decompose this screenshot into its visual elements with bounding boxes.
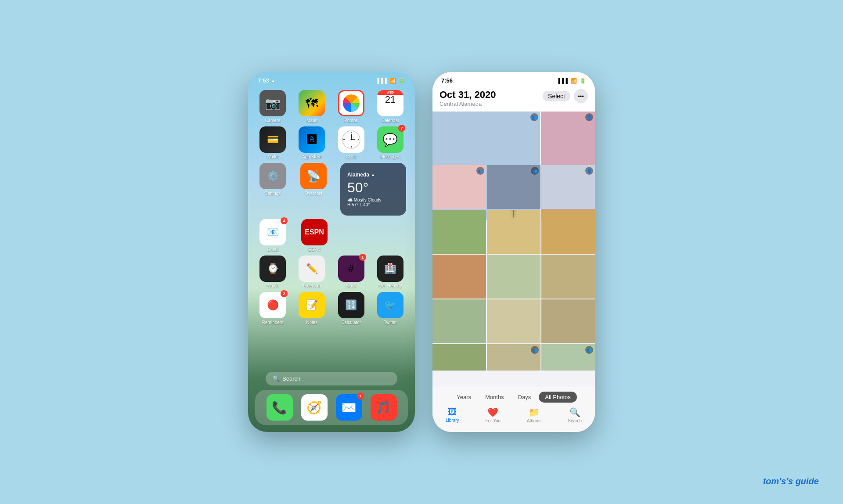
dock-music[interactable]: 🎵: [368, 394, 400, 421]
app-photos[interactable]: Photos: [335, 90, 367, 123]
photos-tab-bar: Years Months Days All Photos 🖼 Library ❤…: [432, 387, 595, 432]
app-slack[interactable]: # 1 Slack: [335, 256, 367, 288]
slack-label: Slack: [346, 284, 356, 288]
foryou-label: For You: [486, 418, 501, 423]
app-espn[interactable]: ESPN ESPN: [299, 219, 330, 252]
wifi-icon: 📶: [389, 78, 396, 84]
select-button[interactable]: Select: [543, 91, 570, 101]
photo-cell-r2-2[interactable]: 👥: [487, 165, 540, 209]
nav-albums[interactable]: 📁 Albums: [527, 407, 541, 423]
app-settings[interactable]: ⚙️ Settings: [257, 163, 288, 196]
photo-cell-r3-3[interactable]: [541, 210, 595, 254]
nav-library[interactable]: 🖼 Library: [446, 407, 459, 423]
dock-mail[interactable]: ✉️ 1: [333, 394, 365, 421]
safari-icon: 🧭: [301, 394, 328, 421]
camera-label: Camera: [265, 118, 281, 123]
app-calculator[interactable]: 🔢 Calculator: [335, 292, 367, 325]
settings-icon: ⚙️: [259, 163, 286, 189]
gmail-badge: 4: [281, 217, 288, 224]
app-twitter[interactable]: 🐦 Twitter: [375, 292, 406, 325]
search-nav-icon: 🔍: [569, 407, 580, 418]
app-calendar[interactable]: WED 21 Calendar: [375, 90, 406, 123]
signal-icon-2: ▐▐▐: [556, 78, 568, 84]
app-reminders[interactable]: 🔴 2 Reminders: [257, 292, 288, 325]
dock-phone[interactable]: 📞: [264, 394, 295, 421]
photo-cell-r6-2[interactable]: 👥: [487, 344, 540, 371]
nav-search[interactable]: 🔍 Search: [568, 407, 582, 423]
person-icon-1: 👥: [530, 113, 538, 121]
phone-icon: 📞: [267, 394, 293, 421]
calendar-day-number: 21: [385, 95, 396, 104]
app-camera[interactable]: 📷 Camera: [257, 90, 288, 123]
photo-row-6: 👥 👥: [432, 344, 595, 371]
photo-cell-r5-1[interactable]: [432, 299, 486, 343]
app-row-3: ⚙️ Settings 📡 Overcast Alameda ▲: [257, 163, 406, 216]
red-arrow-indicator: ↑: [509, 210, 518, 221]
person-icon-2: 👤: [585, 113, 593, 121]
calculator-label: Calculator: [341, 320, 361, 325]
app-watch[interactable]: ⌚ Watch: [257, 256, 288, 288]
status-time: 7:53 ▲: [258, 77, 275, 84]
nav-foryou[interactable]: ❤️ For You: [486, 407, 501, 423]
search-label: Search: [282, 375, 300, 382]
app-clock[interactable]: Clock: [335, 126, 367, 159]
photo-row-5: [432, 299, 595, 343]
dock-safari[interactable]: 🧭: [299, 394, 330, 421]
twitter-label: Twitter: [384, 320, 396, 325]
twitter-icon: 🐦: [377, 292, 403, 318]
tab-months[interactable]: Months: [479, 392, 510, 403]
photo-cell-r6-1[interactable]: [432, 344, 486, 371]
photo-cell-r4-1[interactable]: [432, 255, 486, 299]
app-appstore[interactable]: 🅰 App Store: [296, 126, 328, 159]
person-icon-5: 👥: [531, 167, 539, 175]
app-gethealthy[interactable]: 🏥 Get Healthy: [375, 256, 406, 288]
messages-badge: 7: [398, 125, 405, 132]
search-icon: 🔍: [273, 375, 280, 382]
app-overcast[interactable]: 📡 Overcast: [298, 163, 329, 196]
maps-icon: 🗺: [299, 90, 325, 116]
app-wallet[interactable]: 💳 Wallet: [257, 126, 288, 159]
photo-grid-container: 👥 👤 👤: [432, 112, 595, 387]
tab-years[interactable]: Years: [450, 392, 477, 403]
photos-status-icons: ▐▐▐ 📶 🔋: [556, 78, 586, 84]
messages-icon: 💬 7: [377, 126, 403, 153]
app-freeform[interactable]: ✏️ Freeform: [296, 256, 328, 288]
app-notes[interactable]: 📝 Notes: [296, 292, 328, 325]
photo-cell-r4-3[interactable]: [541, 255, 595, 299]
search-bar[interactable]: 🔍 Search: [266, 372, 397, 385]
status-icons: ▐▐▐ 📶 🔋: [375, 78, 405, 84]
watch-icon: ⌚: [259, 256, 286, 282]
library-icon: 🖼: [448, 407, 457, 417]
photos-actions: Select •••: [543, 89, 588, 103]
location-arrow-icon: ▲: [271, 78, 275, 83]
app-row-2: 💳 Wallet 🅰 App Store: [257, 126, 406, 159]
gmail-label: Gmail: [267, 247, 278, 252]
mail-badge: 1: [357, 392, 364, 400]
photo-cell-r6-3[interactable]: 👥: [541, 344, 595, 371]
reminders-icon: 🔴 2: [259, 292, 286, 318]
espn-label: ESPN: [308, 247, 320, 252]
more-options-button[interactable]: •••: [574, 89, 588, 103]
tab-all-photos[interactable]: All Photos: [539, 392, 577, 403]
photo-cell-tr1[interactable]: 👤: [541, 112, 595, 166]
photo-cell-r4-2[interactable]: [487, 255, 540, 299]
app-messages[interactable]: 💬 7 Messages: [375, 126, 406, 159]
location-icon: ▲: [371, 173, 375, 177]
photo-cell-r2-1[interactable]: 👥: [432, 165, 486, 209]
photo-cell-r3-2[interactable]: ↑: [487, 210, 540, 254]
photos-location: Central Alameda: [440, 101, 496, 107]
app-maps[interactable]: 🗺 Maps: [296, 90, 328, 123]
photo-cell-r5-3[interactable]: [541, 299, 595, 343]
camera-icon: 📷: [259, 90, 286, 116]
weather-widget[interactable]: Alameda ▲ 50° ☁️ Mostly Cloudy H:57° L:4…: [340, 163, 406, 216]
photo-cell-r5-2[interactable]: [487, 299, 540, 343]
photo-cell-r3-1[interactable]: [432, 210, 486, 254]
espn-icon: ESPN: [301, 219, 328, 245]
photos-title-block: Oct 31, 2020 Central Alameda: [440, 89, 496, 107]
photos-screen: 7:56 ▐▐▐ 📶 🔋 Oct 31, 2020 Central Alamed…: [432, 72, 595, 432]
calendar-label: Calendar: [382, 118, 400, 123]
tab-days[interactable]: Days: [512, 392, 537, 403]
app-gmail[interactable]: 📧 4 Gmail: [257, 219, 288, 252]
photo-cell-r2-3[interactable]: 👤: [541, 165, 595, 209]
dock: 📞 🧭 ✉️ 1 🎵: [255, 390, 408, 425]
